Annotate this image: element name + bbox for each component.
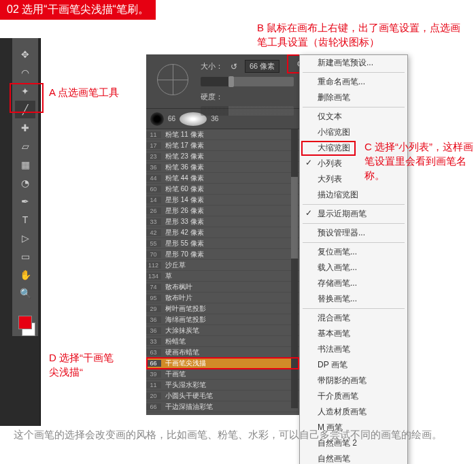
context-menu-item[interactable]: 删除画笔 [300,90,407,105]
brush-list[interactable]: 11粉笔 11 像素17粉笔 17 像素23粉笔 23 像素36粉笔 36 像素… [146,129,299,415]
scrollbar-thumb[interactable] [291,177,298,259]
brush-item-name: 沙丘草 [161,261,186,270]
brush-item-name: 散布叶片 [161,293,192,303]
brush-list-item[interactable]: 36海绵画笔投影 [146,314,299,325]
context-menu-item[interactable]: 带阴影的画笔 [300,373,407,388]
brush-item-name: 硬画布蜡笔 [161,348,199,357]
menu-separator [303,308,405,309]
blur-tool[interactable]: ◔ [15,174,35,192]
brush-list-item[interactable]: 112沙丘草 [146,260,299,271]
brush-list-item[interactable]: 29树叶画笔投影 [146,303,299,314]
pen-tool[interactable]: ✒ [15,193,35,210]
size-slider[interactable] [201,77,294,86]
size-value[interactable]: 66 像素 [245,60,279,73]
brush-list-item[interactable]: 44粉笔 44 像素 [146,173,299,184]
brush-list-item[interactable]: 33粉蜡笔 [146,336,299,347]
brush-list-item[interactable]: 17粉笔 17 像素 [146,140,299,151]
size-label: 大小： [201,61,223,71]
brush-list-item[interactable]: 74散布枫叶 [146,282,299,293]
brush-list-item[interactable]: 95散布叶片 [146,293,299,303]
brush-list-item[interactable]: 60粉笔 60 像素 [146,184,299,195]
context-menu-item[interactable]: 替换画笔... [300,291,407,307]
brush-context-menu: 新建画笔预设...重命名画笔...删除画笔仅文本小缩览图大缩览图小列表大列表描边… [299,54,408,464]
brush-list-item[interactable]: 11粉笔 11 像素 [146,129,299,140]
brush-item-name: 平头湿水彩笔 [161,380,206,390]
brush-list-item[interactable]: 14星形 14 像素 [146,195,299,205]
brush-preview-1[interactable] [150,112,164,126]
context-menu-item[interactable]: 人造材质画笔 [300,404,407,420]
flip-x-icon[interactable]: ↺ [228,61,239,72]
foreground-swatch[interactable] [18,316,32,329]
hardness-slider[interactable] [201,106,294,116]
brush-list-item[interactable]: 134草 [146,271,299,282]
brush-list-item[interactable]: 11平头湿水彩笔 [146,380,299,391]
context-menu-item[interactable]: 小缩览图 [300,125,407,140]
zoom-tool[interactable]: 🔍 [15,284,35,302]
brush-list-item[interactable]: 23粉笔 23 像素 [146,151,299,162]
brush-item-name: 粉笔 23 像素 [161,152,204,161]
context-menu-item[interactable]: 显示近期画笔 [300,206,407,222]
shape-tool[interactable]: ▭ [15,248,35,265]
context-menu-item[interactable]: 复位画笔... [300,244,407,260]
context-menu-item[interactable]: 仅文本 [300,109,407,125]
brush-thumb-size: 33 [146,218,161,225]
color-swatches[interactable] [12,316,38,336]
context-menu-item[interactable]: 干介质画笔 [300,388,407,404]
tutorial-step-title: 02 选用“干画笔尖浅描“笔刷。 [0,0,156,20]
brush-item-name: 粉笔 36 像素 [161,163,204,172]
context-menu-item[interactable]: 存储画笔... [300,276,407,291]
menu-separator [303,242,405,243]
brush-item-name: 散布枫叶 [161,282,192,292]
brush-item-name: 干画笔 [161,369,186,379]
brush-angle-control[interactable] [157,64,188,95]
brush-list-item[interactable]: 26星形 26 像素 [146,205,299,216]
lasso-tool[interactable]: ◠ [15,64,35,82]
gradient-tool[interactable]: ▦ [15,156,35,173]
path-tool[interactable]: ▷ [15,229,35,247]
brush-list-item[interactable]: 66干边深描油彩笔 [146,401,299,412]
brush-thumb-size: 74 [146,284,161,291]
brush-list-item[interactable]: 70星形 70 像素 [146,249,299,260]
brush-item-name: 星形 26 像素 [161,206,204,216]
context-menu-item[interactable]: 书法画笔 [300,342,407,357]
annotation-c: C 选择“小列表”，这样画笔设置里会看到画笔名称。 [364,139,473,182]
brush-thumb-size: 11 [146,131,161,138]
context-menu-item[interactable]: 混合画笔 [300,310,407,326]
context-menu-item[interactable]: DP 画笔 [300,357,407,373]
brush-list-item[interactable]: 63硬画布蜡笔 [146,347,299,358]
eraser-tool[interactable]: ▱ [15,137,35,155]
context-menu-item[interactable]: 重命名画笔... [300,74,407,90]
move-tool[interactable]: ✥ [15,46,35,63]
brush-item-name: 星形 33 像素 [161,217,204,227]
brush-list-item[interactable]: 20小圆头干硬毛笔 [146,391,299,401]
context-menu-item[interactable]: 基本画笔 [300,326,407,342]
brush-list-item[interactable]: 42星形 42 像素 [146,227,299,238]
brush-thumb-size: 134 [146,273,161,280]
brush-thumb-size: 39 [146,371,161,378]
type-tool[interactable]: T [15,211,35,229]
brush-thumb-size: 112 [146,262,161,269]
brush-item-name: 粉笔 60 像素 [161,184,204,194]
brush-list-item[interactable]: 33星形 33 像素 [146,216,299,227]
brush-item-name: 星形 55 像素 [161,239,204,248]
brush-list-item[interactable]: 36大涂抹炭笔 [146,325,299,336]
brush-thumb-size: 29 [146,305,161,312]
brush-thumb-size: 63 [146,349,161,356]
brush-thumb-size: 20 [146,393,161,399]
brush-list-item[interactable]: 39干画笔 [146,369,299,380]
brush-thumb-size: 70 [146,251,161,258]
context-menu-item[interactable]: 载入画笔... [300,260,407,276]
context-menu-item[interactable]: 描边缩览图 [300,187,407,203]
hand-tool[interactable]: ✋ [15,266,35,284]
context-menu-item[interactable]: 预设管理器... [300,225,407,241]
brush-list-item[interactable]: 55星形 55 像素 [146,238,299,249]
brush-thumb-size: 14 [146,197,161,203]
brush-list-item[interactable]: 36粉笔 36 像素 [146,162,299,173]
brush-item-name: 大涂抹炭笔 [161,326,199,335]
context-menu-item[interactable]: 新建画笔预设... [300,55,407,71]
brush-item-name: 粉笔 44 像素 [161,173,204,183]
brush-thumb-size: 23 [146,153,161,160]
context-menu-item[interactable]: 自然画笔 [300,451,407,464]
healing-tool[interactable]: ✚ [15,119,35,137]
brush-item-name: 小圆头干硬毛笔 [161,391,213,401]
